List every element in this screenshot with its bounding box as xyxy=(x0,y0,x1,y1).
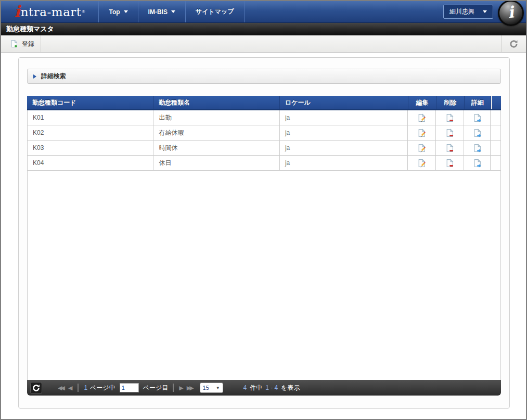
cell-locale: ja xyxy=(280,141,408,155)
collapse-triangle-icon xyxy=(33,74,36,79)
pagination-divider xyxy=(173,384,174,392)
nav-item-label: Top xyxy=(109,8,120,16)
page-number-input[interactable] xyxy=(120,383,139,392)
page-size-value: 15 xyxy=(203,385,209,391)
total-pages-value: 1 xyxy=(84,384,87,391)
page-suffix-label: ページ目 xyxy=(143,384,169,392)
nav-item-sitemap[interactable]: サイトマップ xyxy=(185,1,245,22)
edit-button[interactable] xyxy=(408,141,436,155)
user-menu-button[interactable]: 細川忠興 xyxy=(443,5,493,19)
edit-button[interactable] xyxy=(408,125,436,140)
grid-header-row: 勤怠種類コード 勤怠種類名 ロケール 編集 削除 詳細 xyxy=(27,96,501,110)
page-minus-icon xyxy=(445,144,454,152)
toolbar-divider xyxy=(41,35,41,52)
chevron-down-icon xyxy=(124,10,128,13)
detail-button[interactable] xyxy=(464,156,491,170)
column-header-name[interactable]: 勤怠種類名 xyxy=(153,96,280,109)
first-page-button[interactable]: ◀◀ xyxy=(58,385,63,391)
delete-button[interactable] xyxy=(436,141,464,155)
logo-registered-mark: ® xyxy=(82,9,85,14)
cell-spacer xyxy=(491,156,500,170)
grid-body: K01 出勤 ja K02 有給 xyxy=(27,110,501,380)
table-row[interactable]: K02 有給休暇 ja xyxy=(28,125,500,141)
refresh-button[interactable] xyxy=(502,40,526,48)
prev-page-button[interactable]: ◀ xyxy=(68,385,72,391)
app-window: intra-mart® Top IM-BIS サイトマップ 細川忠興 i xyxy=(0,0,527,420)
column-header-detail: 詳細 xyxy=(465,96,491,109)
grid-refresh-button[interactable] xyxy=(30,382,42,394)
of-label: 件中 xyxy=(250,384,262,392)
page-pencil-icon xyxy=(417,129,426,137)
cell-code: K04 xyxy=(28,156,153,170)
page-arrow-icon xyxy=(473,159,482,168)
intra-mart-badge-icon: i xyxy=(498,0,524,26)
pagination-controls: ◀◀ ◀ 1 ページ中 ページ目 ▶ ▶▶ 15 ▼ xyxy=(56,383,223,393)
cell-name: 有給休暇 xyxy=(153,125,279,140)
cell-spacer xyxy=(491,110,500,125)
cell-code: K01 xyxy=(28,110,153,125)
cell-name: 休日 xyxy=(153,156,279,170)
chevron-down-icon xyxy=(171,10,175,13)
page-pencil-icon xyxy=(417,113,426,122)
last-page-button[interactable]: ▶▶ xyxy=(187,385,192,391)
page-arrow-icon xyxy=(473,144,482,152)
cell-spacer xyxy=(491,125,500,140)
top-nav-bar: intra-mart® Top IM-BIS サイトマップ 細川忠興 i xyxy=(1,1,526,23)
page-minus-icon xyxy=(445,159,454,168)
logo-i-swirl: i xyxy=(14,4,20,20)
pagination-divider xyxy=(78,384,79,392)
page-arrow-icon xyxy=(473,129,482,137)
column-header-locale[interactable]: ロケール xyxy=(280,96,408,109)
cell-spacer xyxy=(491,141,500,155)
page-pencil-icon xyxy=(417,144,426,152)
toolbar: 登録 xyxy=(1,35,526,53)
detail-button[interactable] xyxy=(464,141,491,155)
table-row[interactable]: K04 休日 ja xyxy=(28,156,500,171)
nav-item-top[interactable]: Top xyxy=(98,1,137,22)
table-row[interactable]: K03 時間休 ja xyxy=(28,141,500,156)
page-size-select[interactable]: 15 ▼ xyxy=(200,383,223,393)
column-header-spacer xyxy=(491,96,501,109)
detail-search-panel-toggle[interactable]: 詳細検索 xyxy=(27,69,501,84)
register-button[interactable]: 登録 xyxy=(10,40,34,48)
page-minus-icon xyxy=(445,113,454,122)
title-bar: 勤怠種類マスタ xyxy=(1,23,526,35)
cell-locale: ja xyxy=(280,156,408,170)
attendance-type-grid: 勤怠種類コード 勤怠種類名 ロケール 編集 削除 詳細 K01 出勤 ja xyxy=(27,96,501,396)
pagination-bar: ◀◀ ◀ 1 ページ中 ページ目 ▶ ▶▶ 15 ▼ 4 xyxy=(27,380,501,396)
intra-mart-logo: intra-mart® xyxy=(1,1,98,22)
nav-menu: Top IM-BIS サイトマップ xyxy=(98,1,244,22)
cell-name: 時間休 xyxy=(153,141,279,155)
nav-item-im-bis[interactable]: IM-BIS xyxy=(138,1,185,22)
table-row[interactable]: K01 出勤 ja xyxy=(28,110,500,125)
delete-button[interactable] xyxy=(436,125,464,140)
content-card: 詳細検索 勤怠種類コード 勤怠種類名 ロケール 編集 削除 詳細 K01 出勤 … xyxy=(18,57,510,409)
cell-name: 出勤 xyxy=(153,110,279,125)
page-pencil-icon xyxy=(417,159,426,168)
cell-code: K02 xyxy=(28,125,153,140)
cell-locale: ja xyxy=(280,125,408,140)
column-header-edit: 編集 xyxy=(408,96,436,109)
detail-search-label: 詳細検索 xyxy=(41,72,66,81)
delete-button[interactable] xyxy=(436,110,464,125)
show-label: を表示 xyxy=(281,384,300,392)
record-range: 1 - 4 xyxy=(265,384,278,391)
nav-item-label: サイトマップ xyxy=(196,7,234,16)
column-header-code[interactable]: 勤怠種類コード xyxy=(27,96,153,109)
edit-button[interactable] xyxy=(408,156,436,170)
chevron-down-icon: ▼ xyxy=(216,386,220,390)
delete-button[interactable] xyxy=(436,156,464,170)
detail-button[interactable] xyxy=(464,125,491,140)
page-minus-icon xyxy=(445,129,454,137)
cell-locale: ja xyxy=(280,110,408,125)
nav-item-label: IM-BIS xyxy=(148,8,168,16)
edit-button[interactable] xyxy=(408,110,436,125)
total-records: 4 xyxy=(243,384,247,391)
detail-button[interactable] xyxy=(464,110,491,125)
circular-arrow-icon xyxy=(509,40,518,48)
logo-text: ntra-mart xyxy=(21,5,82,19)
cell-code: K03 xyxy=(28,141,153,155)
grid-empty-area xyxy=(28,171,500,380)
next-page-button[interactable]: ▶ xyxy=(179,385,183,391)
page-arrow-icon xyxy=(473,113,482,122)
